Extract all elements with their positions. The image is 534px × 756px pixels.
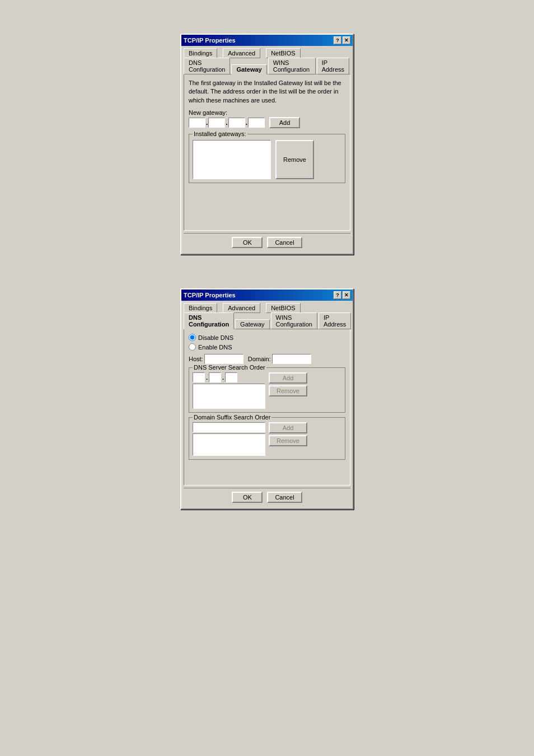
dialog-content-1: Bindings Advanced NetBIOS DNS Configurat… (181, 46, 353, 254)
dns-search-order-label: DNS Server Search Order (193, 364, 266, 371)
tab-wins-2[interactable]: WINS Configuration (271, 312, 317, 329)
title-bar-buttons-2: ? ✕ (334, 291, 350, 299)
host-input[interactable] (204, 354, 243, 364)
enable-dns-radio-label[interactable]: Enable DNS (189, 343, 345, 351)
ip-dot-2: . (226, 119, 227, 127)
dns-search-order-group: DNS Server Search Order . . Add (189, 367, 345, 413)
cancel-button-2[interactable]: Cancel (267, 492, 302, 503)
gateways-listbox[interactable] (193, 140, 271, 179)
ip-input-row: . . . (189, 118, 265, 128)
upper-tabs-2: Bindings Advanced NetBIOS (184, 303, 350, 312)
tab-wins-1[interactable]: WINS Configuration (268, 58, 316, 74)
ip-seg-4[interactable] (248, 118, 265, 128)
tab-ip-2[interactable]: IP Address (318, 312, 351, 329)
dns-server-input-2[interactable] (209, 372, 221, 382)
suffix-remove-button[interactable]: Remove (269, 435, 307, 446)
close-button-2[interactable]: ✕ (343, 291, 350, 299)
ok-button-1[interactable]: OK (232, 237, 263, 248)
enable-dns-label: Enable DNS (198, 344, 232, 351)
ip-dot-1: . (206, 119, 208, 127)
lower-tabs-2: DNS Configuration Gateway WINS Configura… (184, 312, 350, 329)
new-gateway-label: New gateway: (189, 109, 345, 116)
disable-dns-radio-label[interactable]: Disable DNS (189, 334, 345, 341)
tab-bindings-1[interactable]: Bindings (184, 48, 217, 58)
dns-server-input-1[interactable] (193, 372, 205, 382)
tab-dns-1[interactable]: DNS Configuration (184, 58, 230, 74)
ip-dot-3: . (246, 119, 247, 127)
title-bar-2: TCP/IP Properties ? ✕ (181, 290, 353, 301)
lower-tabs-1: DNS Configuration Gateway WINS Configura… (184, 58, 350, 74)
dns-dot-1: . (206, 374, 208, 381)
title-bar-buttons-1: ? ✕ (334, 36, 350, 44)
ip-seg-2[interactable] (208, 118, 225, 128)
domain-suffix-label: Domain Suffix Search Order (193, 414, 271, 421)
disable-dns-label: Disable DNS (198, 334, 233, 341)
close-button-1[interactable]: ✕ (343, 36, 350, 44)
tab-netbios-1[interactable]: NetBIOS (266, 48, 300, 58)
add-gateway-button[interactable]: Add (269, 117, 300, 128)
gateway-description: The first gateway in the Installed Gatew… (189, 79, 345, 105)
new-gateway-section: New gateway: . . . Add (189, 109, 345, 128)
dialog-title-1: TCP/IP Properties (184, 37, 236, 44)
tab-netbios-2[interactable]: NetBIOS (266, 303, 300, 313)
upper-tabs-1: Bindings Advanced NetBIOS (184, 48, 350, 58)
dns-server-input-3[interactable] (225, 372, 237, 382)
domain-input[interactable] (272, 354, 311, 364)
enable-dns-radio[interactable] (189, 343, 196, 351)
tab-advanced-2[interactable]: Advanced (223, 303, 260, 313)
dialog-title-2: TCP/IP Properties (184, 292, 236, 298)
dns-remove-button[interactable]: Remove (269, 385, 307, 396)
bottom-buttons-2: OK Cancel (184, 488, 350, 506)
cancel-button-1[interactable]: Cancel (267, 237, 302, 248)
title-bar-1: TCP/IP Properties ? ✕ (181, 35, 353, 46)
domain-suffix-input[interactable] (193, 422, 265, 432)
dialog-content-2: Bindings Advanced NetBIOS DNS Configurat… (181, 301, 353, 508)
tab-panel-1: The first gateway in the Installed Gatew… (184, 74, 350, 231)
domain-label: Domain: (248, 356, 271, 362)
bottom-buttons-1: OK Cancel (184, 233, 350, 251)
dns-add-button[interactable]: Add (269, 372, 307, 384)
tab-advanced-1[interactable]: Advanced (223, 48, 260, 58)
ip-seg-1[interactable] (189, 118, 205, 128)
domain-suffix-group: Domain Suffix Search Order Add Remove (189, 417, 345, 460)
tab-dns-2[interactable]: DNS Configuration (184, 312, 234, 329)
installed-gateways-group: Installed gateways: Remove (189, 134, 345, 183)
host-label: Host: (189, 356, 203, 362)
domain-suffix-listbox[interactable] (193, 433, 265, 456)
tab-gateway-1[interactable]: Gateway (231, 64, 266, 74)
tab-panel-2: Disable DNS Enable DNS Host: Domain: (184, 329, 350, 486)
help-button-2[interactable]: ? (334, 291, 341, 299)
tab-ip-1[interactable]: IP Address (317, 58, 349, 74)
disable-dns-radio[interactable] (189, 334, 196, 341)
ok-button-2[interactable]: OK (232, 492, 263, 503)
dns-server-listbox[interactable] (193, 384, 265, 409)
dns-dot-2: . (222, 374, 224, 381)
ip-seg-3[interactable] (228, 118, 245, 128)
tcpip-dialog-2: TCP/IP Properties ? ✕ Bindings Advanced … (180, 288, 354, 510)
tab-bindings-2[interactable]: Bindings (184, 303, 217, 313)
tab-gateway-2[interactable]: Gateway (235, 319, 269, 329)
help-button-1[interactable]: ? (334, 36, 341, 44)
remove-gateway-button[interactable]: Remove (275, 140, 314, 179)
installed-gateways-label: Installed gateways: (193, 130, 247, 137)
suffix-add-button[interactable]: Add (269, 422, 307, 433)
tcpip-dialog-1: TCP/IP Properties ? ✕ Bindings Advanced … (180, 34, 354, 255)
